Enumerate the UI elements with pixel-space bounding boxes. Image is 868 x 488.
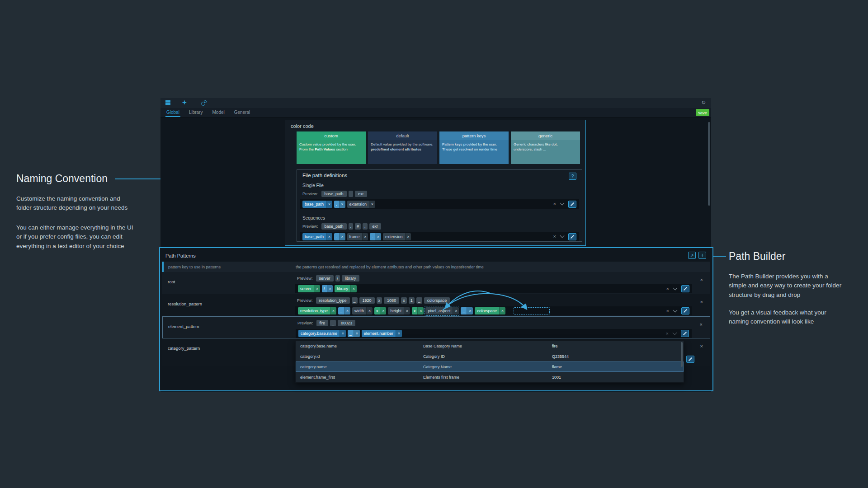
clear-icon[interactable]	[553, 234, 556, 239]
pattern-tag[interactable]: _	[461, 307, 473, 314]
tag-remove-icon[interactable]	[417, 307, 424, 314]
chevron-down-icon[interactable]	[673, 308, 678, 312]
preview-chip: x	[377, 297, 382, 304]
pattern-tag[interactable]: frame	[347, 233, 368, 240]
tag-remove-icon[interactable]	[354, 330, 360, 337]
pattern-tag[interactable]	[514, 307, 550, 314]
add-pattern-button[interactable]	[698, 252, 706, 259]
pattern-tag[interactable]: /	[322, 285, 333, 292]
tag-remove-icon[interactable]	[404, 307, 410, 314]
tag-label: frame	[347, 233, 362, 240]
help-button[interactable]: ?	[569, 173, 576, 180]
dropdown-item-key: category.id	[300, 354, 423, 359]
clear-icon[interactable]	[553, 202, 556, 206]
tag-remove-icon[interactable]	[327, 285, 333, 292]
pattern-tag[interactable]: width	[352, 307, 373, 314]
row-controls	[553, 201, 576, 208]
grid-icon[interactable]	[165, 100, 170, 105]
dropdown-item[interactable]: category.id Category ID Q235544	[296, 351, 684, 361]
tag-remove-icon[interactable]	[380, 307, 386, 314]
pattern-tag[interactable]: library	[335, 285, 356, 292]
pattern-tag[interactable]: server	[298, 285, 320, 292]
dropdown-item-value: flame	[552, 365, 562, 369]
tag-remove-icon[interactable]	[405, 233, 411, 240]
pattern-tag[interactable]: x	[412, 307, 424, 314]
chevron-down-icon[interactable]	[673, 286, 678, 290]
refresh-icon[interactable]	[701, 99, 706, 106]
tag-remove-icon[interactable]	[340, 330, 346, 337]
tag-remove-icon[interactable]	[344, 307, 350, 314]
tag-remove-icon[interactable]	[467, 307, 473, 314]
edit-pencil-icon[interactable]	[681, 330, 689, 337]
chevron-down-icon[interactable]	[560, 201, 565, 206]
tag-label: x	[412, 307, 418, 314]
pattern-tag[interactable]: .	[334, 233, 345, 240]
tag-remove-icon[interactable]	[369, 201, 375, 208]
pattern-tag[interactable]: height	[388, 307, 410, 314]
pattern-tag[interactable]: pixel_aspect	[425, 307, 459, 314]
tag-remove-icon[interactable]	[396, 330, 402, 337]
tag-remove-icon[interactable]	[326, 201, 332, 208]
edit-pencil-icon[interactable]	[686, 356, 694, 363]
pattern-tag[interactable]: _	[338, 307, 350, 314]
dropdown-item-value: Q235544	[552, 354, 569, 359]
tab-bar: GlobalLibraryModelGeneral save	[160, 108, 711, 117]
pattern-tag[interactable]: base_path	[302, 233, 332, 240]
pattern-tag[interactable]: .	[370, 233, 381, 240]
tag-remove-icon[interactable]	[375, 233, 381, 240]
tag-remove-icon[interactable]	[350, 285, 357, 292]
tag-label: base_path	[302, 201, 326, 208]
close-icon[interactable]	[700, 344, 703, 349]
pattern-tag[interactable]: x	[374, 307, 386, 314]
pattern-tag[interactable]: extension	[383, 233, 411, 240]
chevron-down-icon[interactable]	[673, 330, 677, 335]
edit-pencil-icon[interactable]	[681, 285, 689, 292]
gear-icon[interactable]	[201, 100, 208, 106]
pattern-tag[interactable]: extension	[347, 201, 376, 208]
pattern-tag[interactable]: resolution_type	[298, 307, 336, 314]
tab[interactable]: Global	[165, 108, 180, 117]
close-icon[interactable]	[700, 277, 703, 282]
expand-icon[interactable]	[688, 252, 696, 259]
tag-remove-icon[interactable]	[339, 233, 345, 240]
tab[interactable]: Library	[188, 108, 204, 117]
tag-remove-icon[interactable]	[366, 307, 373, 314]
tag-remove-icon[interactable]	[314, 285, 320, 292]
tab[interactable]: General	[233, 108, 251, 117]
dropdown-item[interactable]: element.frame_first Elements first frame…	[296, 372, 684, 382]
pattern-tag[interactable]: _	[348, 330, 360, 337]
save-button[interactable]: save	[696, 109, 709, 116]
clear-icon[interactable]	[666, 309, 669, 314]
dropdown-item[interactable]: category.name Category Name flame	[296, 361, 684, 372]
pattern-tag[interactable]: element.number	[362, 330, 402, 337]
edit-pencil-icon[interactable]	[568, 233, 576, 240]
edit-pencil-icon[interactable]	[568, 201, 576, 208]
dropdown-item[interactable]: category.base.name Base Category Name fi…	[296, 341, 684, 351]
card-description: Custom value provided by the user. From …	[297, 140, 366, 164]
pattern-tag[interactable]: colorspace	[475, 307, 505, 314]
dropdown-scrollbar[interactable]	[681, 342, 683, 367]
tag-remove-icon[interactable]	[326, 233, 332, 240]
card-title: pattern keys	[439, 131, 509, 140]
tag-remove-icon[interactable]	[453, 307, 459, 314]
naming-convention-paragraph-2: You can either manage everything in the …	[16, 223, 139, 251]
tag-label: extension	[383, 233, 405, 240]
plus-icon[interactable]: +	[182, 98, 187, 107]
pattern-tag[interactable]: .	[334, 201, 345, 208]
tag-label: extension	[347, 201, 369, 208]
pattern-tag[interactable]: category.base.name	[298, 330, 346, 337]
tag-remove-icon[interactable]	[499, 307, 505, 314]
close-icon[interactable]	[700, 300, 703, 305]
edit-pencil-icon[interactable]	[681, 307, 689, 314]
clear-icon[interactable]	[666, 286, 669, 291]
tag-remove-icon[interactable]	[339, 201, 345, 208]
pattern-tag[interactable]: base_path	[302, 201, 332, 208]
chevron-down-icon[interactable]	[560, 234, 565, 238]
dropdown-item-description: Base Category Name	[423, 344, 552, 348]
tab[interactable]: Model	[211, 108, 225, 117]
tag-remove-icon[interactable]	[362, 233, 368, 240]
close-icon[interactable]	[700, 322, 703, 327]
clear-icon[interactable]	[666, 331, 669, 336]
scrollbar-thumb[interactable]	[708, 122, 710, 206]
tag-remove-icon[interactable]	[330, 307, 336, 314]
